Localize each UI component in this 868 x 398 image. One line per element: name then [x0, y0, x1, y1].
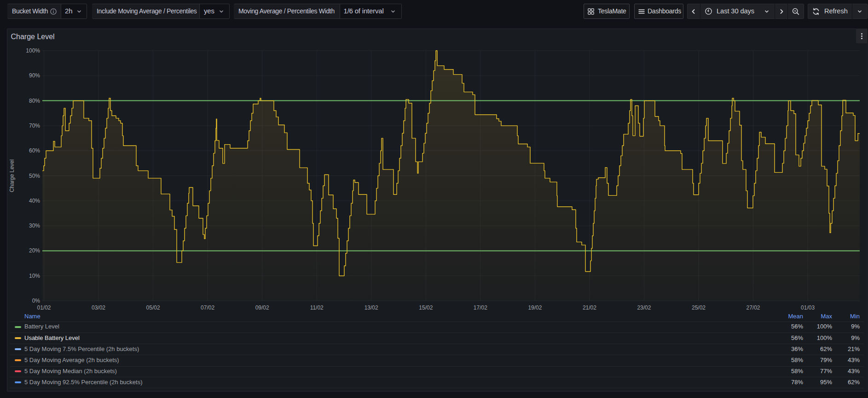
svg-text:01/02: 01/02: [37, 304, 51, 311]
svg-text:100%: 100%: [26, 47, 40, 54]
svg-text:05/02: 05/02: [146, 304, 160, 311]
svg-text:11/02: 11/02: [310, 304, 324, 311]
svg-text:80%: 80%: [29, 98, 40, 104]
svg-text:07/02: 07/02: [201, 304, 214, 311]
svg-text:19/02: 19/02: [528, 304, 542, 311]
svg-text:21/02: 21/02: [583, 304, 596, 311]
svg-text:90%: 90%: [29, 72, 40, 79]
svg-text:01/03: 01/03: [801, 304, 815, 311]
svg-text:03/02: 03/02: [92, 304, 105, 311]
svg-text:15/02: 15/02: [419, 304, 433, 311]
svg-text:60%: 60%: [29, 147, 40, 154]
svg-text:27/02: 27/02: [746, 304, 760, 311]
svg-text:25/02: 25/02: [692, 304, 706, 311]
svg-text:70%: 70%: [29, 123, 40, 129]
svg-text:10%: 10%: [29, 273, 40, 279]
svg-text:30%: 30%: [29, 222, 40, 229]
svg-text:40%: 40%: [29, 198, 40, 204]
svg-text:23/02: 23/02: [637, 304, 651, 311]
svg-text:20%: 20%: [29, 247, 40, 254]
svg-text:17/02: 17/02: [474, 304, 487, 311]
svg-text:Charge Level: Charge Level: [9, 159, 15, 192]
svg-text:09/02: 09/02: [255, 304, 269, 311]
svg-text:0%: 0%: [32, 298, 41, 304]
svg-text:50%: 50%: [29, 173, 40, 179]
svg-text:13/02: 13/02: [365, 304, 378, 311]
